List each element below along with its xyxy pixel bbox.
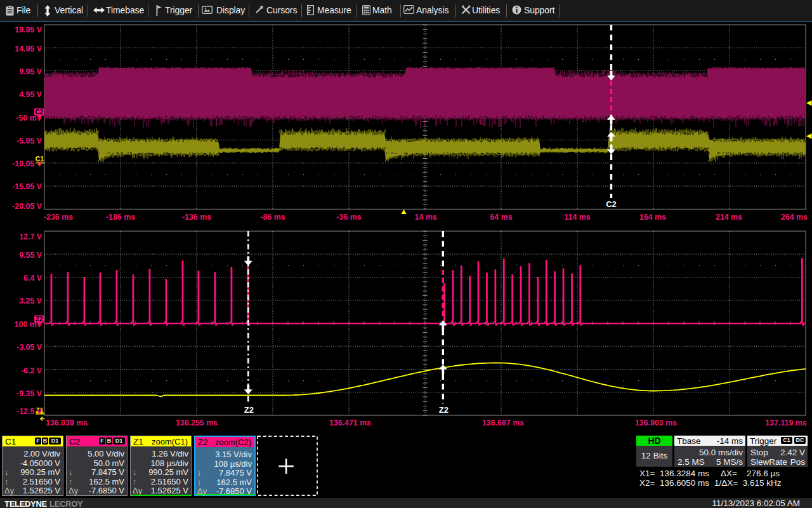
svg-text:19.95 V: 19.95 V [15,25,42,34]
svg-text:136.039 ms: 136.039 ms [46,418,88,427]
svg-text:100 mV: 100 mV [15,320,43,329]
svg-text:136.471 ms: 136.471 ms [329,418,371,427]
svg-text:-20.05 V: -20.05 V [12,202,43,211]
svg-text:214 ms: 214 ms [716,213,742,222]
svg-text:-36 ms: -36 ms [336,213,361,222]
svg-text:9.95 V: 9.95 V [19,67,43,76]
svg-text:12.7 V: 12.7 V [19,232,43,241]
svg-text:136.903 ms: 136.903 ms [635,418,677,427]
svg-text:-136 ms: -136 ms [182,213,211,222]
svg-text:137.119 ms: 137.119 ms [765,418,807,427]
svg-text:-236 ms: -236 ms [44,213,73,222]
svg-text:14 ms: 14 ms [414,213,436,222]
svg-text:4.95 V: 4.95 V [19,90,43,99]
svg-text:-50 mV: -50 mV [16,114,42,123]
svg-text:164 ms: 164 ms [639,213,666,222]
svg-text:136.687 ms: 136.687 ms [482,418,524,427]
svg-text:Z2: Z2 [439,405,449,415]
svg-text:-86 ms: -86 ms [260,213,285,222]
svg-text:-5.05 V: -5.05 V [16,137,43,145]
svg-text:-3.05 V: -3.05 V [16,343,43,352]
svg-text:Z2: Z2 [244,405,254,415]
svg-text:264 ms: 264 ms [781,213,808,222]
svg-text:6.4 V: 6.4 V [23,274,43,283]
svg-text:-12.5 V: -12.5 V [16,407,43,416]
svg-text:136.255 ms: 136.255 ms [176,418,218,427]
svg-text:-10.05 V: -10.05 V [12,159,43,168]
svg-text:-186 ms: -186 ms [106,213,135,222]
svg-text:114 ms: 114 ms [564,213,590,222]
svg-text:9.55 V: 9.55 V [19,251,43,260]
svg-text:C2: C2 [606,199,617,209]
svg-text:-15.05 V: -15.05 V [12,182,43,191]
svg-text:3.25 V: 3.25 V [19,297,43,305]
svg-text:-6.2 V: -6.2 V [21,366,43,375]
svg-text:64 ms: 64 ms [490,213,512,222]
svg-text:14.95 V: 14.95 V [15,44,42,53]
svg-text:-9.35 V: -9.35 V [16,389,43,398]
